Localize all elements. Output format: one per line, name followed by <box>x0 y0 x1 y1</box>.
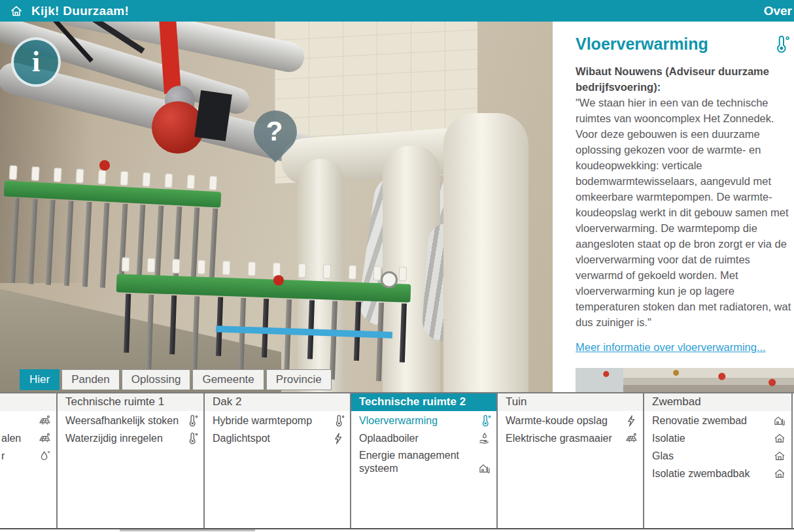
panel-column: Technische ruimte 1Weersafhankelijk stok… <box>58 393 205 528</box>
photo-decoration <box>381 271 398 288</box>
nav-over-link[interactable]: Over <box>764 4 793 18</box>
tab-provincie[interactable]: Provincie <box>266 369 332 390</box>
panel-column: Dak 2Hybride warmtepompDaglichtspot <box>205 393 351 528</box>
panel-item-label: Warmte-koude opslag <box>506 414 621 427</box>
droplet-icon <box>38 450 51 463</box>
view-tabs: Hier Panden Oplossing Gemeente Provincie <box>20 369 332 390</box>
panel-item-label: Vloerverwarming <box>359 414 474 427</box>
panel-item[interactable]: Weersafhankelijk stoken <box>58 411 203 429</box>
panel-item-label: Glas <box>652 450 769 463</box>
panel-column: alenr <box>0 393 58 528</box>
panel-item-label: Elektrische grasmaaier <box>506 432 621 445</box>
panel-item[interactable]: r <box>0 446 56 464</box>
panel-item[interactable] <box>0 411 56 429</box>
panel-item[interactable]: Hybride warmtepomp <box>205 411 350 429</box>
sidebar-title: Vloerverwarming <box>576 35 708 54</box>
panel-column-header: Zwembad <box>644 393 791 411</box>
thermometer-icon <box>478 414 491 427</box>
bolt-icon <box>332 432 345 445</box>
description-quote: "We staan hier in een van de technische … <box>576 95 793 330</box>
panel-column: ZwembadRenovatie zwembadIsolatieGlasIsol… <box>644 393 793 528</box>
panorama-photo: i ? <box>0 22 553 392</box>
house-chart-icon <box>478 462 491 475</box>
panel-item[interactable]: Glas <box>644 446 791 464</box>
panel-item[interactable]: Waterzijdig inregelen <box>58 429 203 446</box>
tab-panden[interactable]: Panden <box>61 369 120 390</box>
top-bar: Kijk! Duurzaam! Over <box>0 0 794 22</box>
panel-item-label: alen <box>1 432 34 445</box>
panel-item-label: Daglichtspot <box>213 432 328 445</box>
photo-decoration <box>273 275 284 286</box>
panel-item[interactable]: Renovatie zwembad <box>644 411 791 429</box>
photo-decoration <box>194 90 232 141</box>
detail-sidebar: Vloerverwarming Wibaut Nouwens (Adviseur… <box>553 22 794 392</box>
solar-panel-icon <box>38 414 51 427</box>
panel-column: TuinWarmte-koude opslagElektrische grasm… <box>498 393 644 528</box>
more-info-link[interactable]: Meer informatie over vloerverwarming... <box>576 341 766 354</box>
panel-item[interactable]: Daglichtspot <box>205 429 350 446</box>
tab-hier[interactable]: Hier <box>20 369 60 390</box>
house-icon <box>773 432 786 445</box>
panel-item-label: Hybride warmtepomp <box>213 414 328 427</box>
bolt-icon <box>625 414 638 427</box>
panel-column-header: Dak 2 <box>205 393 350 411</box>
question-pin-label: ? <box>253 111 296 152</box>
panel-item-label: Renovatie zwembad <box>652 414 769 427</box>
panel-item-label: Weersafhankelijk stoken <box>65 414 181 427</box>
panel-item[interactable]: Vloerverwarming <box>351 411 496 429</box>
panel-item-label: Oplaadboiler <box>359 432 474 445</box>
info-button-label: i <box>32 48 40 76</box>
app-title: Kijk! Duurzaam! <box>31 4 129 18</box>
photo-decoration <box>443 113 528 392</box>
advisor-name: Wibaut Nouwens (Adviseur duurzame bedrij… <box>576 63 793 95</box>
house-icon <box>773 467 786 480</box>
panel-column-header: Technische ruimte 2 <box>351 393 496 411</box>
hand-droplet-icon <box>478 432 491 445</box>
thermometer-icon <box>770 35 790 54</box>
photo-decoration <box>99 160 110 171</box>
app-window: Kijk! Duurzaam! Over <box>0 0 794 532</box>
info-button[interactable]: i <box>11 37 61 87</box>
panel-column-header: Technische ruimte 1 <box>58 393 203 411</box>
panel-item[interactable]: alen <box>0 429 56 446</box>
panel-item-label: Energie management systeem <box>359 449 474 475</box>
house-icon <box>773 450 786 463</box>
panel-column-header <box>0 393 56 411</box>
panel-item-label: Waterzijdig inregelen <box>65 432 181 445</box>
tab-gemeente[interactable]: Gemeente <box>192 369 264 390</box>
panel-item[interactable]: Energie management systeem <box>351 446 496 476</box>
thermometer-icon <box>185 432 198 445</box>
thermometer-icon <box>185 414 198 427</box>
house-chart-icon <box>773 414 786 427</box>
panel-item[interactable]: Elektrische grasmaaier <box>498 429 643 446</box>
panel-column-header: Tuin <box>498 393 643 411</box>
panel-column: Technische ruimte 2VloerverwarmingOplaad… <box>351 393 498 528</box>
horizontal-scrollbar-thumb[interactable] <box>120 529 255 531</box>
panel-item[interactable]: Isolatie zwembadbak <box>644 464 791 482</box>
solar-panel-icon <box>625 432 638 445</box>
bottom-panel: alenrTechnische ruimte 1Weersafhankelijk… <box>0 392 794 532</box>
home-icon[interactable] <box>9 4 24 18</box>
panel-item[interactable]: Isolatie <box>644 429 791 446</box>
panel-item[interactable]: Warmte-koude opslag <box>498 411 643 429</box>
tab-oplossing[interactable]: Oplossing <box>122 369 191 390</box>
panel-item-label: r <box>1 450 34 463</box>
thermometer-icon <box>332 414 345 427</box>
detail-thumbnail-image <box>576 368 794 392</box>
panel-item-label: Isolatie <box>652 432 769 445</box>
panel-item[interactable]: Oplaadboiler <box>351 429 496 446</box>
solar-panel-icon <box>38 432 51 445</box>
panel-item-label: Isolatie zwembadbak <box>652 467 769 480</box>
